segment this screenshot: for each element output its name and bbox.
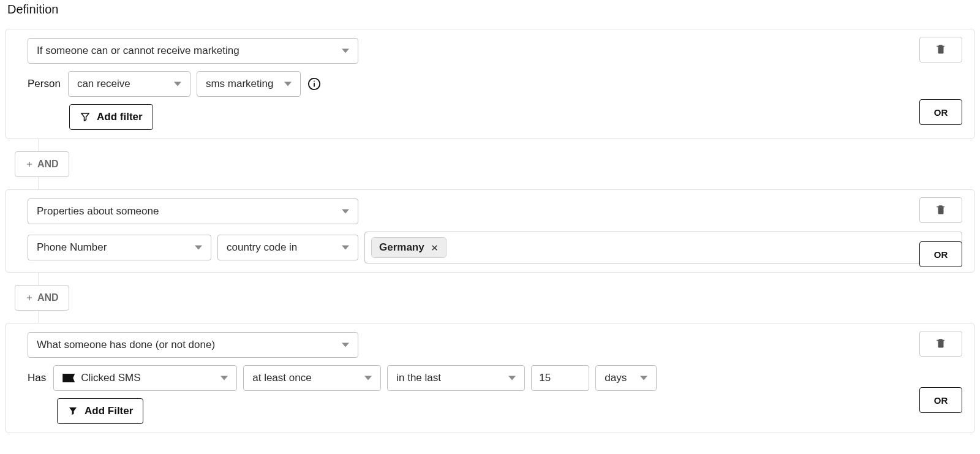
timeframe-mode-label: in the last: [396, 372, 441, 384]
filter-icon: [67, 406, 78, 417]
chip-label: Germany: [379, 241, 424, 254]
add-filter-label: Add filter: [97, 111, 143, 123]
person-label: Person: [28, 78, 61, 90]
chevron-down-icon: [342, 208, 349, 215]
condition-type-select[interactable]: If someone can or cannot receive marketi…: [28, 38, 358, 64]
has-label: Has: [28, 372, 46, 384]
condition-type-select[interactable]: Properties about someone: [28, 199, 358, 224]
timeframe-mode-select[interactable]: in the last: [387, 365, 525, 391]
condition-block: OR If someone can or cannot receive mark…: [5, 29, 975, 139]
and-button[interactable]: AND: [15, 285, 69, 311]
plus-icon: [25, 293, 34, 302]
definition-builder: OR If someone can or cannot receive mark…: [5, 29, 975, 433]
add-filter-label: Add Filter: [85, 405, 133, 417]
condition-type-select[interactable]: What someone has done (or not done): [28, 332, 358, 358]
chevron-down-icon: [364, 374, 372, 382]
condition-type-label: If someone can or cannot receive marketi…: [37, 45, 239, 57]
info-icon[interactable]: [307, 77, 322, 91]
condition-type-label: What someone has done (or not done): [37, 339, 215, 351]
value-multiselect[interactable]: Germany: [364, 232, 962, 263]
chevron-down-icon: [342, 341, 349, 349]
condition-type-label: Properties about someone: [37, 205, 159, 218]
trash-icon: [935, 204, 946, 217]
verb-select[interactable]: can receive: [68, 71, 190, 97]
filter-icon: [80, 112, 91, 123]
condition-block: OR What someone has done (or not done) H…: [5, 323, 975, 433]
operator-select[interactable]: country code in: [217, 235, 358, 260]
chevron-down-icon: [508, 374, 516, 382]
delete-condition-button[interactable]: [919, 37, 962, 62]
timeframe-unit-label: days: [605, 372, 627, 384]
delete-condition-button[interactable]: [919, 197, 962, 223]
remove-chip-icon[interactable]: [431, 244, 439, 252]
chevron-down-icon: [342, 244, 349, 251]
operator-label: country code in: [227, 241, 297, 254]
metric-select[interactable]: Clicked SMS: [53, 365, 237, 391]
trash-icon: [935, 338, 946, 350]
timeframe-unit-select[interactable]: days: [595, 365, 657, 391]
channel-label: sms marketing: [206, 78, 274, 90]
svg-point-2: [314, 81, 315, 82]
channel-select[interactable]: sms marketing: [197, 71, 301, 97]
and-connector: AND: [5, 139, 975, 189]
or-button[interactable]: OR: [919, 241, 962, 267]
chevron-down-icon: [221, 374, 228, 382]
or-button[interactable]: OR: [919, 99, 962, 125]
trash-icon: [935, 44, 946, 56]
plus-icon: [25, 160, 34, 168]
add-filter-button[interactable]: Add filter: [69, 104, 153, 130]
frequency-select[interactable]: at least once: [243, 365, 381, 391]
chevron-down-icon: [342, 47, 349, 55]
metric-label: Clicked SMS: [81, 372, 140, 384]
and-label: AND: [37, 159, 59, 170]
and-button[interactable]: AND: [15, 151, 69, 177]
add-filter-button[interactable]: Add Filter: [57, 398, 143, 424]
chip: Germany: [371, 237, 447, 258]
chevron-down-icon: [640, 374, 647, 382]
condition-block: OR Properties about someone Phone Number…: [5, 189, 975, 273]
verb-label: can receive: [77, 78, 130, 90]
property-label: Phone Number: [37, 241, 107, 254]
timeframe-value-input[interactable]: [531, 365, 589, 391]
chevron-down-icon: [284, 80, 292, 88]
flag-icon: [62, 374, 75, 382]
frequency-label: at least once: [252, 372, 311, 384]
or-button[interactable]: OR: [919, 387, 962, 413]
property-select[interactable]: Phone Number: [28, 235, 211, 260]
and-connector: AND: [5, 273, 975, 323]
delete-condition-button[interactable]: [919, 331, 962, 357]
chevron-down-icon: [174, 80, 181, 88]
chevron-down-icon: [195, 244, 202, 251]
page-title: Definition: [7, 2, 975, 17]
and-label: AND: [37, 292, 59, 303]
